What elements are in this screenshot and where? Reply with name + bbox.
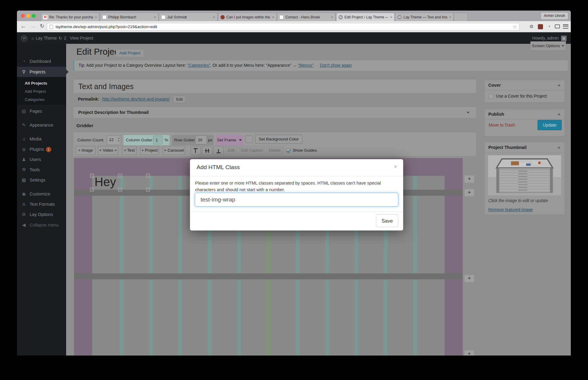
sidebar-item-appearance[interactable]: ✎Appearance xyxy=(17,121,66,130)
background-color-swatch[interactable] xyxy=(246,136,253,143)
tab-close-icon[interactable]: × xyxy=(331,15,333,19)
add-row-plus-button[interactable]: + xyxy=(464,350,474,356)
thumbnail-panel-header[interactable]: Project Thumbnail xyxy=(484,142,565,153)
permalink-edit-button[interactable]: Edit xyxy=(173,96,186,103)
dont-show-again-link[interactable]: Don't show again xyxy=(320,63,352,68)
add-row-plus-button[interactable]: + xyxy=(464,189,474,196)
tab-close-icon[interactable]: × xyxy=(449,15,451,19)
sidebar-item-text-formats[interactable]: AText Formats xyxy=(17,200,66,209)
add-text-button[interactable]: + Text xyxy=(122,146,137,155)
tab-close-icon[interactable]: × xyxy=(213,15,215,19)
add-video-button[interactable]: + Video xyxy=(98,146,118,155)
sidebar-item-media[interactable]: ♫Media xyxy=(17,134,66,143)
update-button[interactable]: Update xyxy=(538,120,562,130)
browser-tab[interactable]: WLay Theme — Text and Ima× xyxy=(395,13,454,21)
admin-bar-site-name[interactable]: ⌂Lay Theme xyxy=(31,32,57,44)
move-to-trash-link[interactable]: Move to Trash xyxy=(489,123,515,127)
description-panel-header[interactable]: Project Description for Thumbnail xyxy=(73,107,477,118)
resize-handle[interactable] xyxy=(118,188,122,192)
zoom-window-button[interactable] xyxy=(32,14,36,18)
sidebar-item-tools[interactable]: ⚒Tools xyxy=(17,165,66,174)
save-button[interactable]: Save xyxy=(376,214,398,227)
resize-handle[interactable] xyxy=(90,174,94,178)
featured-image[interactable] xyxy=(488,155,561,195)
edit-caption-button[interactable]: Edit Caption xyxy=(239,146,265,155)
stepper-arrows-icon[interactable]: ▴▾ xyxy=(118,137,119,142)
cover-panel-header[interactable]: Cover xyxy=(484,80,565,90)
wp-logo-icon[interactable]: W xyxy=(21,32,27,44)
browser-tab[interactable]: Philipp Blombach× xyxy=(100,13,159,21)
chrome-menu-icon[interactable] xyxy=(563,24,568,29)
sidebar-item-collapse-menu[interactable]: ◀Collapse menu xyxy=(17,221,66,230)
sidebar-item-add-project[interactable]: Add Project xyxy=(17,87,66,96)
set-background-color-button[interactable]: Set Background Color xyxy=(255,135,302,144)
tab-close-icon[interactable]: × xyxy=(95,15,97,19)
sidebar-item-customize[interactable]: ◉Customize xyxy=(17,189,66,198)
column-gutter-input[interactable]: 1 xyxy=(153,136,163,144)
add-image-button[interactable]: + Image xyxy=(76,146,95,155)
sidebar-item-all-projects[interactable]: All Projects xyxy=(17,79,66,88)
browser-profile-button[interactable]: Armin Unruh xyxy=(541,12,568,20)
sidebar-item-users[interactable]: ♟Users xyxy=(17,155,66,164)
sidebar-item-settings[interactable]: ▦Settings xyxy=(17,176,66,185)
tab-close-icon[interactable]: × xyxy=(154,15,156,19)
text-element-content[interactable]: Hey xyxy=(95,175,116,189)
align-bottom-icon[interactable] xyxy=(214,146,224,155)
minimize-window-button[interactable] xyxy=(26,14,30,18)
add-project-button[interactable]: Add Project xyxy=(116,49,144,57)
set-frame-button[interactable]: Set Frame xyxy=(216,135,243,145)
window-extension-icon[interactable] xyxy=(555,24,560,28)
clock-extension-icon[interactable]: ◔ xyxy=(546,24,552,29)
add-carousel-button[interactable]: + Carousel xyxy=(163,146,185,155)
forward-icon[interactable]: → xyxy=(30,23,36,30)
tab-close-icon[interactable]: × xyxy=(390,15,392,19)
align-middle-icon[interactable] xyxy=(202,146,212,155)
delete-button[interactable]: Delete xyxy=(266,146,283,155)
use-cover-checkbox[interactable] xyxy=(489,94,493,99)
sidebar-item-lay-options[interactable]: ⚙Lay Options xyxy=(17,210,66,219)
url-text[interactable]: laytheme.dev/wp-admin/post.php?post=219&… xyxy=(56,24,513,29)
sidebar-item-categories[interactable]: Categories xyxy=(17,95,66,104)
permalink-link[interactable]: http://laytheme.dev/text-and-images/ xyxy=(102,97,169,101)
back-icon[interactable]: ← xyxy=(21,23,26,30)
browser-tab[interactable]: WEdit Project ‹ Lay Theme —× xyxy=(336,13,395,21)
sidebar-item-pages[interactable]: ▤Pages xyxy=(17,107,66,116)
show-guides-checkbox[interactable] xyxy=(286,148,291,153)
address-bar[interactable]: laytheme.dev/wp-admin/post.php?post=219&… xyxy=(47,23,519,31)
resize-handle[interactable] xyxy=(118,174,122,178)
row-gutter-input[interactable]: 20 xyxy=(195,136,207,144)
resize-handle[interactable] xyxy=(90,188,94,192)
resize-handle[interactable] xyxy=(146,188,150,192)
project-title-input[interactable]: Text and Images xyxy=(73,79,477,94)
admin-bar-updates[interactable]: ↻2 xyxy=(59,32,66,44)
sidebar-item-plugins[interactable]: ψPlugins1 xyxy=(17,145,66,154)
browser-tab[interactable]: Can I put images within the× xyxy=(218,13,277,21)
remove-featured-image-link[interactable]: Remove featured image xyxy=(488,208,533,212)
selected-text-element[interactable]: Hey xyxy=(92,176,148,190)
bookmark-star-icon[interactable]: ☆ xyxy=(513,24,517,30)
resize-handle[interactable] xyxy=(146,174,150,178)
html-class-input[interactable]: test-img-wrap xyxy=(195,193,398,207)
admin-bar-view-project[interactable]: View Project xyxy=(70,32,93,44)
tab-close-icon[interactable]: × xyxy=(272,15,274,19)
edit-button[interactable]: Edit xyxy=(225,146,237,155)
publish-panel-header[interactable]: Publish xyxy=(484,109,565,119)
close-icon[interactable]: × xyxy=(394,163,397,170)
categories-link[interactable]: "Categories" xyxy=(187,63,210,68)
add-row-plus-button[interactable]: + xyxy=(464,275,474,282)
menus-link[interactable]: "Menus" xyxy=(298,63,313,68)
browser-tab[interactable]: MRe: Thanks for your purcha× xyxy=(41,13,99,21)
sidebar-item-projects[interactable]: ⚲Projects xyxy=(17,67,66,77)
screen-options-button[interactable]: Screen Options xyxy=(530,41,566,51)
browser-tab[interactable]: Contact - Hans Broek× xyxy=(277,13,336,21)
gear-extension-icon[interactable]: ⚙ xyxy=(528,24,535,29)
sidebar-item-dashboard[interactable]: ◔Dashboard xyxy=(17,57,66,66)
align-top-icon[interactable] xyxy=(191,146,201,155)
close-window-button[interactable] xyxy=(21,14,25,18)
red-extension-icon[interactable] xyxy=(538,24,543,29)
reload-icon[interactable]: ↻ xyxy=(40,23,44,29)
column-count-stepper[interactable]: 12 ▴▾ xyxy=(107,135,121,145)
new-tab-button[interactable] xyxy=(454,13,468,21)
add-project-element-button[interactable]: + Project xyxy=(140,146,159,155)
browser-tab[interactable]: Juli Schmidt× xyxy=(159,13,217,21)
